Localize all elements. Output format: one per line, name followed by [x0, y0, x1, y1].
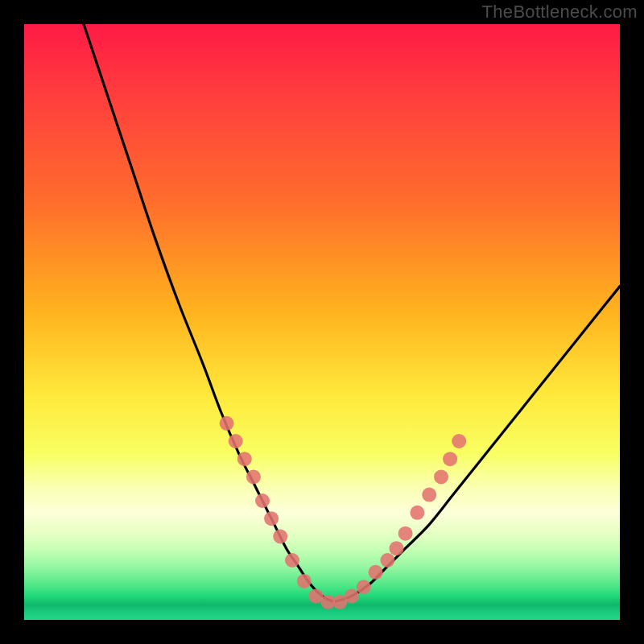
chart-frame: TheBottleneck.com: [0, 0, 644, 644]
curve-svg: [24, 24, 620, 620]
highlight-dot: [264, 511, 279, 526]
highlight-dot: [369, 565, 383, 580]
highlight-dots: [220, 416, 467, 609]
highlight-dot: [357, 580, 371, 594]
highlight-dot: [398, 526, 413, 541]
highlight-dot: [255, 493, 270, 508]
highlight-dot: [443, 452, 457, 466]
watermark-text: TheBottleneck.com: [482, 2, 638, 23]
highlight-dot: [345, 588, 359, 603]
highlight-dot: [380, 553, 394, 568]
highlight-dot: [410, 506, 424, 520]
right-curve: [334, 287, 620, 602]
highlight-dot: [273, 529, 287, 543]
highlight-dot: [434, 469, 448, 484]
left-curve: [84, 24, 334, 602]
highlight-dot: [229, 434, 243, 448]
highlight-dot: [452, 434, 466, 448]
highlight-dot: [246, 469, 261, 484]
highlight-dot: [285, 553, 299, 568]
plot-area: [24, 24, 620, 620]
highlight-dot: [220, 416, 234, 431]
highlight-dot: [390, 541, 404, 555]
highlight-dot: [422, 488, 436, 502]
highlight-dot: [237, 452, 252, 466]
highlight-dot: [297, 574, 312, 588]
